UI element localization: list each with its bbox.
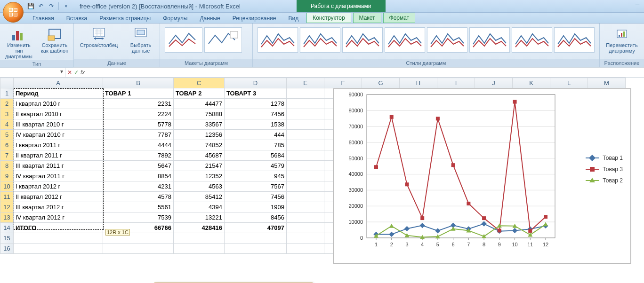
cell-C6[interactable]: 74852	[174, 140, 225, 150]
column-header-C[interactable]: C	[174, 78, 225, 88]
cell-C8[interactable]: 21547	[174, 161, 225, 171]
cell-C13[interactable]: 13221	[174, 212, 225, 223]
cell-E14[interactable]	[287, 223, 324, 233]
cell-D8[interactable]: 4579	[225, 161, 287, 171]
cell-C5[interactable]: 12356	[174, 130, 225, 140]
tab-Главная[interactable]: Главная	[26, 13, 60, 23]
column-header-F[interactable]: F	[324, 78, 362, 88]
cell-A12[interactable]: III квартал 2012 г	[14, 202, 103, 212]
qat-dropdown-icon[interactable]: ▾	[62, 2, 70, 10]
worksheet-area[interactable]: ABCDEFGHIJKLM1ПериодТОВАР 1ТОВАР 2ТОВАРТ…	[0, 78, 644, 283]
cell-B2[interactable]: 2231	[103, 99, 174, 109]
cell-E16[interactable]	[287, 244, 324, 254]
column-header-I[interactable]: I	[437, 78, 475, 88]
row-header-9[interactable]: 9	[0, 171, 14, 181]
cell-D14[interactable]: 47097	[225, 223, 287, 233]
cell-B4[interactable]: 5778	[103, 119, 174, 130]
row-header-15[interactable]: 15	[0, 233, 14, 244]
cell-C2[interactable]: 44477	[174, 99, 225, 109]
cell-E2[interactable]	[287, 99, 324, 109]
row-header-16[interactable]: 16	[0, 244, 14, 254]
cell-E8[interactable]	[287, 161, 324, 171]
cell-A14[interactable]: ИТОГО	[14, 223, 103, 233]
cell-D9[interactable]: 945	[225, 171, 287, 181]
column-header-A[interactable]: A	[14, 78, 103, 88]
tab-Вставка[interactable]: Вставка	[60, 13, 94, 23]
cell-A2[interactable]: I квартал 2010 г	[14, 99, 103, 109]
cell-B13[interactable]: 7539	[103, 212, 174, 223]
cell-E10[interactable]	[287, 181, 324, 192]
cell-C1[interactable]: ТОВАР 2	[174, 88, 225, 99]
cell-D1[interactable]: ТОВАРТ 3	[225, 88, 287, 99]
cell-A4[interactable]: III квартал 2010 г	[14, 119, 103, 130]
column-header-K[interactable]: K	[513, 78, 550, 88]
column-header-B[interactable]: B	[103, 78, 174, 88]
style-thumb[interactable]	[554, 27, 595, 53]
cell-E13[interactable]	[287, 212, 324, 223]
cell-A7[interactable]: II квартал 2011 г	[14, 150, 103, 161]
cell-A6[interactable]: I квартал 2011 г	[14, 140, 103, 150]
cell-D16[interactable]	[225, 244, 287, 254]
cell-A15[interactable]	[14, 233, 103, 244]
cell-E6[interactable]	[287, 140, 324, 150]
column-header-D[interactable]: D	[225, 78, 287, 88]
minimize-icon[interactable]: ─	[631, 0, 644, 9]
dropdown-icon[interactable]: ▾	[58, 68, 65, 77]
row-header-6[interactable]: 6	[0, 140, 14, 150]
cell-A5[interactable]: IV квартал 2010 г	[14, 130, 103, 140]
undo-icon[interactable]: ↶	[37, 2, 45, 10]
name-box[interactable]: ▾	[0, 68, 65, 77]
row-header-5[interactable]: 5	[0, 130, 14, 140]
save-as-template-button[interactable]: Сохранить как шаблон	[39, 25, 71, 55]
cell-D10[interactable]: 7567	[225, 181, 287, 192]
cell-D6[interactable]: 785	[225, 140, 287, 150]
tab-Формулы[interactable]: Формулы	[157, 13, 193, 23]
cell-B5[interactable]: 7787	[103, 130, 174, 140]
row-header-3[interactable]: 3	[0, 109, 14, 119]
cell-B6[interactable]: 4444	[103, 140, 174, 150]
cell-B3[interactable]: 2224	[103, 109, 174, 119]
row-header-13[interactable]: 13	[0, 212, 14, 223]
formula-input[interactable]	[87, 68, 644, 77]
row-header-7[interactable]: 7	[0, 150, 14, 161]
cell-C11[interactable]: 85412	[174, 192, 225, 202]
cell-A11[interactable]: II квартал 2012 г	[14, 192, 103, 202]
column-header-M[interactable]: M	[588, 78, 626, 88]
chart-style-gallery[interactable]	[256, 25, 596, 55]
cell-E7[interactable]	[287, 150, 324, 161]
cell-B9[interactable]: 8854	[103, 171, 174, 181]
enter-icon[interactable]: ✓	[74, 69, 79, 76]
change-chart-type-button[interactable]: Изменить тип диаграммы	[3, 25, 35, 60]
cell-A1[interactable]: Период	[14, 88, 103, 99]
cell-D2[interactable]: 1278	[225, 99, 287, 109]
switch-row-column-button[interactable]: Строка/столбец	[77, 25, 121, 49]
embedded-chart[interactable]: 0100002000030000400005000060000700008000…	[333, 88, 631, 264]
row-header-2[interactable]: 2	[0, 99, 14, 109]
style-thumb[interactable]	[258, 27, 298, 53]
cell-B10[interactable]: 4231	[103, 181, 174, 192]
cell-A3[interactable]: II квартал 2010 г	[14, 109, 103, 119]
column-header-H[interactable]: H	[400, 78, 437, 88]
cell-C12[interactable]: 4394	[174, 202, 225, 212]
cell-E12[interactable]	[287, 202, 324, 212]
row-header-1[interactable]: 1	[0, 88, 14, 99]
cell-C14[interactable]: 428416	[174, 223, 225, 233]
cell-E9[interactable]	[287, 171, 324, 181]
select-data-button[interactable]: Выбрать данные	[125, 25, 157, 55]
cell-D4[interactable]: 1538	[225, 119, 287, 130]
cell-B16[interactable]	[103, 244, 174, 254]
cell-C15[interactable]	[174, 233, 225, 244]
tab-Формат[interactable]: Формат	[383, 13, 416, 23]
style-thumb[interactable]	[512, 27, 552, 53]
office-button[interactable]	[3, 2, 24, 23]
column-header-J[interactable]: J	[475, 78, 513, 88]
cell-E15[interactable]	[287, 233, 324, 244]
column-header-G[interactable]: G	[362, 78, 400, 88]
row-header-11[interactable]: 11	[0, 192, 14, 202]
cell-A8[interactable]: III квартал 2011 г	[14, 161, 103, 171]
cell-D12[interactable]: 1909	[225, 202, 287, 212]
layout-thumb[interactable]	[165, 27, 202, 53]
cell-C4[interactable]: 33567	[174, 119, 225, 130]
cell-B7[interactable]: 7892	[103, 150, 174, 161]
tab-Разметка страницы[interactable]: Разметка страницы	[93, 13, 157, 23]
